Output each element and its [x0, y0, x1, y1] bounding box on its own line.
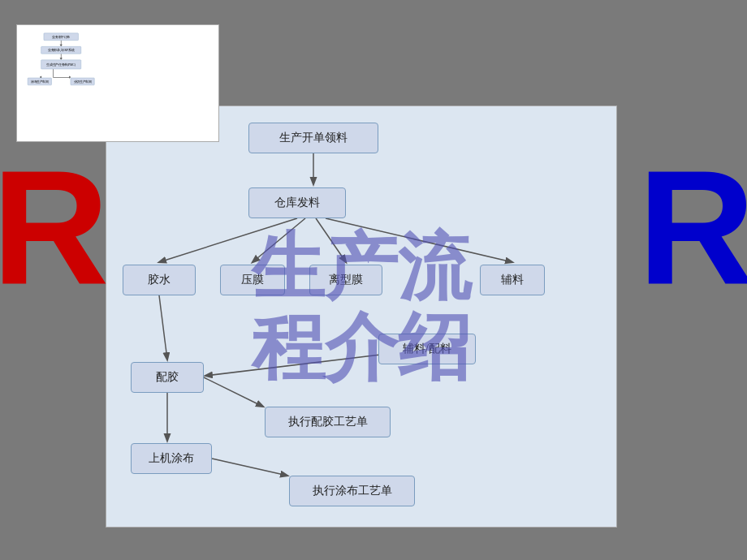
node-peijiao: 配胶: [131, 362, 204, 393]
thumb-node5: 分切生产车间: [71, 78, 95, 85]
big-r-blue: R: [638, 146, 747, 308]
node-fuliao: 辅料: [480, 265, 545, 295]
node-jiaoshui: 胶水: [123, 265, 196, 295]
svg-line-4: [326, 218, 512, 262]
svg-line-5: [159, 295, 167, 360]
thumb-node4: 涂布生产车间: [28, 78, 52, 85]
thumb-node1: 业务部下订单: [44, 33, 79, 41]
svg-line-1: [159, 218, 297, 262]
main-flowchart: 生产开单领料 仓库发料 胶水 压膜 离型膜 辅料 配胶 执行配胶工艺单 辅料/配…: [106, 106, 617, 528]
node-cangku: 仓库发料: [248, 187, 346, 218]
svg-line-8: [212, 459, 287, 476]
node-fuliao-peijiao: 辅料/配料: [378, 334, 476, 364]
svg-line-3: [316, 218, 346, 262]
node-bumo: 压膜: [220, 265, 285, 295]
big-r-red: R: [0, 146, 109, 308]
node-limo: 离型膜: [309, 265, 382, 295]
node-shangji: 上机涂布: [131, 443, 212, 474]
thumb-node2: 业务部录入ERP系统: [41, 46, 81, 54]
node-tubu-gongyi: 执行涂布工艺单: [289, 476, 415, 506]
thumb-node3: 生成生产任务单(PMC): [41, 60, 81, 70]
node-peijiao-gongyi: 执行配胶工艺单: [265, 407, 391, 437]
thumbnail-preview: 业务部下订单 业务部录入ERP系统 生成生产任务单(PMC) 涂布生产车: [16, 24, 219, 142]
node-kaidan: 生产开单领料: [248, 123, 378, 153]
svg-line-6: [204, 377, 263, 407]
svg-line-2: [253, 218, 305, 262]
